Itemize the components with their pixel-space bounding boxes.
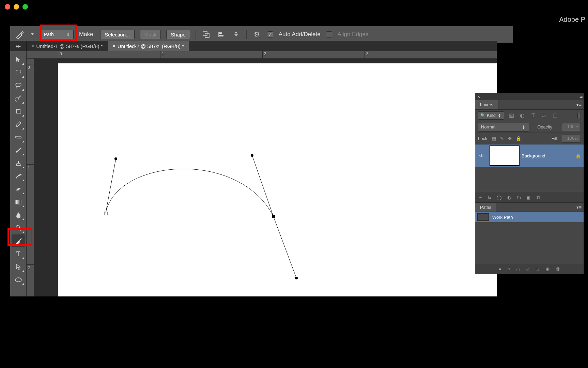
make-shape-button[interactable]: Shape [166, 30, 190, 39]
filter-smartobject-icon[interactable]: ◫ [552, 112, 558, 119]
svg-line-15 [106, 159, 116, 213]
new-group-icon[interactable]: 🗀 [516, 195, 521, 200]
canvas-area[interactable] [34, 59, 497, 296]
svg-line-17 [273, 216, 296, 278]
layer-locked-icon[interactable]: 🔒 [573, 153, 584, 158]
filter-adjustment-icon[interactable]: ◐ [519, 112, 525, 119]
layer-style-icon[interactable]: fx [488, 195, 491, 200]
lock-position-icon[interactable]: ✥ [508, 136, 512, 141]
close-panel-icon[interactable]: × [477, 94, 480, 99]
svg-line-16 [252, 155, 273, 216]
lasso-tool[interactable] [12, 79, 25, 92]
path-drawing [58, 63, 365, 302]
link-layers-icon[interactable]: ⚭ [479, 195, 482, 200]
layers-tab[interactable]: Layers [475, 100, 498, 109]
lock-all-icon[interactable]: 🔒 [516, 136, 521, 141]
new-path-icon[interactable]: ▣ [545, 266, 550, 272]
path-operations-icon[interactable] [201, 30, 211, 39]
lock-pixels-icon[interactable]: ✎ [500, 136, 504, 141]
annotation-highlight [7, 228, 32, 246]
tool-preset-dropdown-icon[interactable] [30, 30, 35, 39]
clone-stamp-tool[interactable] [12, 157, 25, 170]
annotation-highlight [40, 25, 77, 41]
ellipse-tool[interactable] [12, 273, 25, 286]
vertical-ruler[interactable]: 0 1 2 [27, 59, 34, 296]
path-arrangement-icon[interactable] [231, 30, 241, 39]
layer-thumbnail[interactable] [490, 146, 519, 165]
fill-path-icon[interactable]: ● [499, 266, 501, 272]
visibility-eye-icon[interactable]: 👁 [475, 153, 488, 158]
add-mask-icon[interactable]: ◻ [536, 266, 539, 272]
lock-transparency-icon[interactable]: ▦ [492, 136, 496, 141]
crop-tool[interactable] [12, 105, 25, 118]
marquee-tool[interactable] [12, 66, 25, 79]
document-tab-label: Untitled-1 @ 587% (RGB/8) * [36, 43, 103, 49]
auto-add-delete-checkbox[interactable]: ✓ [267, 31, 273, 37]
eyedropper-tool[interactable] [12, 118, 25, 131]
selection-to-path-icon[interactable]: ◇ [526, 266, 529, 272]
blend-mode-dropdown[interactable]: Normal ▲▼ [478, 123, 529, 132]
collapse-panel-icon[interactable]: ◂◂ [579, 95, 582, 99]
layers-list: 👁 Background 🔒 [475, 144, 584, 192]
new-layer-icon[interactable]: ▣ [526, 195, 530, 200]
path-selection-tool[interactable] [12, 260, 25, 273]
svg-point-6 [16, 83, 21, 87]
minimize-window-icon[interactable] [14, 4, 19, 10]
blur-tool[interactable] [12, 209, 25, 221]
close-window-icon[interactable] [5, 4, 10, 10]
fill-label: Fill: [552, 136, 558, 141]
panel-menu-icon[interactable]: ▾≡ [574, 203, 584, 212]
layer-name[interactable]: Background [522, 153, 573, 158]
path-thumbnail[interactable] [477, 213, 489, 221]
eraser-tool[interactable] [12, 183, 25, 196]
quick-selection-tool[interactable] [12, 92, 25, 105]
make-selection-button[interactable]: Selection... [100, 30, 134, 39]
filter-kind-dropdown[interactable]: 🔍 Kind ▲▼ [478, 111, 504, 120]
filter-type-icon[interactable]: T [530, 112, 536, 119]
panel-menu-icon[interactable]: ▾≡ [574, 100, 584, 109]
document-tab[interactable]: × Untitled-1 @ 587% (RGB/8) * [27, 41, 108, 51]
healing-brush-tool[interactable] [12, 131, 25, 144]
filter-toggle[interactable] [577, 112, 581, 119]
filter-pixel-icon[interactable]: ▧ [508, 112, 514, 119]
paths-list: Work Path [475, 212, 584, 264]
path-row[interactable]: Work Path [475, 212, 584, 222]
path-alignment-icon[interactable] [216, 30, 226, 39]
close-tab-icon[interactable]: × [113, 43, 115, 49]
filter-shape-icon[interactable]: ▱ [541, 112, 547, 119]
history-brush-tool[interactable] [12, 170, 25, 183]
gradient-tool[interactable] [12, 196, 25, 209]
expand-panels-icon[interactable]: ▸▸ [10, 41, 27, 51]
opacity-label: Opacity: [537, 124, 554, 129]
move-tool[interactable] [12, 53, 25, 66]
align-edges-checkbox[interactable] [326, 31, 332, 37]
fill-value[interactable]: 100% [562, 135, 581, 143]
paths-tab[interactable]: Paths [475, 203, 496, 212]
path-to-selection-icon[interactable]: ◌ [516, 266, 520, 272]
delete-layer-icon[interactable]: 🗑 [536, 195, 540, 200]
gear-icon[interactable]: ⚙ [252, 30, 262, 39]
svg-point-12 [15, 278, 21, 282]
document-tabs: × Untitled-1 @ 587% (RGB/8) * × Untitled… [27, 41, 497, 51]
document-tab[interactable]: × Untitled-2 @ 587% (RGB/8) * [108, 41, 189, 51]
brush-tool[interactable] [12, 144, 25, 157]
window-traffic-lights[interactable] [5, 4, 28, 10]
delete-path-icon[interactable]: 🗑 [556, 266, 560, 272]
paths-footer: ● ○ ◌ ◇ ◻ ▣ 🗑 [475, 264, 584, 274]
document-canvas[interactable] [58, 63, 497, 296]
layer-row[interactable]: 👁 Background 🔒 [475, 144, 584, 167]
path-name[interactable]: Work Path [492, 215, 513, 220]
zoom-window-icon[interactable] [22, 4, 28, 10]
app-title: Adobe P [559, 16, 585, 24]
ruler-tick: 2 [262, 51, 266, 59]
opacity-value[interactable]: 100% [562, 123, 581, 131]
adjustment-layer-icon[interactable]: ◐ [507, 195, 511, 200]
layer-mask-icon[interactable]: ◯ [497, 195, 502, 200]
type-tool[interactable]: T [12, 247, 25, 260]
horizontal-ruler[interactable]: 0 1 2 3 [27, 51, 497, 59]
svg-rect-2 [219, 32, 222, 34]
stroke-path-icon[interactable]: ○ [508, 266, 510, 272]
align-edges-label: Align Edges [338, 31, 369, 38]
close-tab-icon[interactable]: × [31, 43, 34, 49]
lock-label: Lock: [478, 136, 489, 141]
